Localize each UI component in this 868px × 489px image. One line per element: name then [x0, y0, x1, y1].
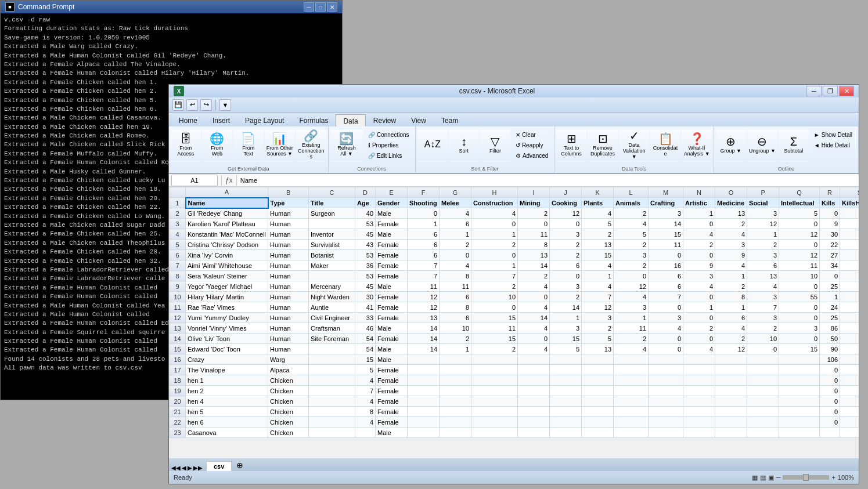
cell-9-P[interactable]: 4 [747, 281, 779, 292]
cell-13-K[interactable]: 2 [582, 323, 614, 334]
cell-13-O[interactable]: 4 [715, 323, 747, 334]
cell-8-H[interactable]: 7 [471, 271, 518, 281]
cell-6-O[interactable]: 9 [715, 250, 747, 260]
cell-22-M[interactable] [649, 417, 683, 428]
cell-16-L[interactable] [614, 354, 649, 365]
cell-4-N[interactable]: 4 [683, 229, 715, 240]
cell-19-J[interactable] [550, 386, 582, 396]
cell-9-R[interactable]: 25 [820, 281, 840, 292]
cell-17-O[interactable] [715, 365, 747, 375]
data-validation-btn[interactable]: ✓ DataValidation ▼ [619, 129, 649, 161]
cell-20-J[interactable] [550, 396, 582, 407]
cell-8-K[interactable]: 1 [582, 271, 614, 281]
cell-22-N[interactable] [683, 417, 715, 428]
cell-12-H[interactable]: 15 [471, 313, 518, 323]
cell-21-H[interactable] [471, 407, 518, 417]
cell-15-M[interactable]: 0 [649, 344, 683, 354]
cell-1-A[interactable]: Name [186, 198, 268, 208]
cell-16-Q[interactable] [779, 354, 820, 365]
cell-3-Q[interactable]: 0 [779, 219, 820, 229]
cell-20-L[interactable] [614, 396, 649, 407]
col-header-H[interactable]: H [471, 187, 518, 198]
col-header-G[interactable]: G [440, 187, 471, 198]
cell-14-C[interactable]: Site Foreman [309, 334, 355, 344]
cell-17-H[interactable] [471, 365, 518, 375]
cell-9-L[interactable]: 12 [614, 281, 649, 292]
cell-22-J[interactable] [550, 417, 582, 428]
filter-btn[interactable]: ▽ Filter [480, 129, 510, 161]
cell-19-I[interactable] [518, 386, 550, 396]
cell-20-Q[interactable] [779, 396, 820, 407]
status-page-break-view[interactable]: ▣ [768, 474, 774, 481]
cell-7-R[interactable]: 34 [820, 260, 840, 271]
tab-data[interactable]: Data [336, 114, 365, 127]
cell-7-N[interactable]: 9 [683, 260, 715, 271]
cell-22-R[interactable]: 0 [820, 417, 840, 428]
tab-insert[interactable]: Insert [205, 114, 237, 126]
qat-save-btn[interactable]: 💾 [172, 99, 184, 111]
cell-21-F[interactable] [408, 407, 440, 417]
cell-9-I[interactable]: 4 [518, 281, 550, 292]
cell-23-C[interactable] [309, 428, 355, 438]
cell-18-C[interactable] [309, 375, 355, 386]
row-header-23[interactable]: 23 [170, 428, 186, 438]
cell-5-R[interactable]: 22 [820, 240, 840, 250]
cell-16-N[interactable] [683, 354, 715, 365]
cell-18-F[interactable] [408, 375, 440, 386]
cell-2-I[interactable]: 2 [518, 208, 550, 219]
cell-18-Q[interactable] [779, 375, 820, 386]
row-header-6[interactable]: 6 [170, 250, 186, 260]
cell-22-B[interactable]: Chicken [268, 417, 309, 428]
cell-23-A[interactable]: Casanova [186, 428, 268, 438]
cell-20-N[interactable] [683, 396, 715, 407]
cell-5-Q[interactable]: 0 [779, 240, 820, 250]
sheet-nav-last[interactable]: ▶▶ [193, 465, 203, 471]
cell-1-N[interactable]: Artistic [683, 198, 715, 208]
cell-14-B[interactable]: Human [268, 334, 309, 344]
cell-2-K[interactable]: 4 [582, 208, 614, 219]
cell-5-D[interactable]: 43 [355, 240, 376, 250]
cell-12-J[interactable]: 1 [550, 313, 582, 323]
cell-3-G[interactable]: 6 [440, 219, 471, 229]
cell-4-K[interactable]: 2 [582, 229, 614, 240]
from-web-btn[interactable]: 🌐 FromWeb [202, 129, 232, 161]
cell-8-O[interactable]: 1 [715, 271, 747, 281]
cell-1-I[interactable]: Mining [518, 198, 550, 208]
cell-14-L[interactable]: 2 [614, 334, 649, 344]
cell-17-R[interactable]: 0 [820, 365, 840, 375]
cell-21-C[interactable] [309, 407, 355, 417]
cell-17-S[interactable]: 0 [840, 365, 859, 375]
cell-4-M[interactable]: 15 [649, 229, 683, 240]
cell-13-R[interactable]: 86 [820, 323, 840, 334]
formula-input[interactable] [238, 175, 859, 186]
cell-22-A[interactable]: hen 6 [186, 417, 268, 428]
cell-12-K[interactable]: 3 [582, 313, 614, 323]
cell-3-J[interactable]: 0 [550, 219, 582, 229]
what-if-btn[interactable]: ❓ What-IfAnalysis ▼ [682, 129, 712, 161]
cell-9-E[interactable]: Male [376, 281, 408, 292]
cell-6-P[interactable]: 3 [747, 250, 779, 260]
cell-18-P[interactable] [747, 375, 779, 386]
cell-16-C[interactable] [309, 354, 355, 365]
cell-3-E[interactable]: Female [376, 219, 408, 229]
cell-19-L[interactable] [614, 386, 649, 396]
cell-14-Q[interactable]: 0 [779, 334, 820, 344]
cell-20-S[interactable]: 0 [840, 396, 859, 407]
cell-4-S[interactable]: 1 [840, 229, 859, 240]
cell-19-E[interactable]: Female [376, 386, 408, 396]
cell-4-C[interactable]: Inventor [309, 229, 355, 240]
cell-4-D[interactable]: 45 [355, 229, 376, 240]
cell-8-R[interactable]: 0 [820, 271, 840, 281]
cell-5-L[interactable]: 2 [614, 240, 649, 250]
col-header-L[interactable]: L [614, 187, 649, 198]
cell-12-R[interactable]: 25 [820, 313, 840, 323]
cell-21-L[interactable] [614, 407, 649, 417]
cell-2-S[interactable]: 0 [840, 208, 859, 219]
text-to-columns-btn[interactable]: ⊞ Text toColumns [556, 129, 586, 161]
cell-14-K[interactable]: 5 [582, 334, 614, 344]
col-header-B[interactable]: B [268, 187, 309, 198]
cell-12-F[interactable]: 13 [408, 313, 440, 323]
cell-21-M[interactable] [649, 407, 683, 417]
cell-12-O[interactable]: 6 [715, 313, 747, 323]
cell-11-B[interactable]: Human [268, 302, 309, 313]
